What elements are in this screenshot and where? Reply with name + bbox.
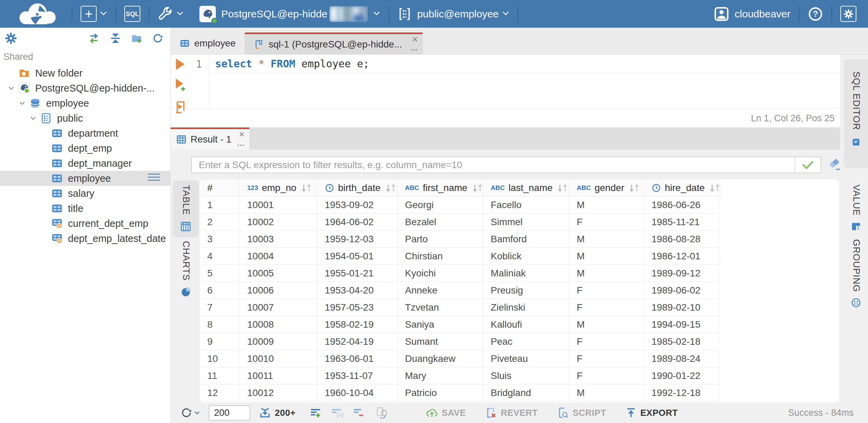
clear-filter-eraser-icon[interactable]	[828, 158, 842, 172]
tree-item-employee[interactable]: employee	[0, 96, 170, 111]
cell-emp_no[interactable]: 10010	[240, 350, 317, 367]
new-folder-icon[interactable]	[130, 32, 143, 44]
cell-gender[interactable]: M	[569, 384, 644, 401]
cell-hire_date[interactable]: 1989-09-12	[644, 265, 720, 282]
cell-last_name[interactable]: Koblick	[483, 248, 569, 265]
cell-gender[interactable]: F	[569, 367, 644, 384]
cell-last_name[interactable]: Facello	[483, 196, 569, 214]
cell-hire_date[interactable]: 1990-01-22	[644, 367, 720, 384]
connection-selector[interactable]: PostgreSQL@ep-hidde	[199, 6, 380, 22]
cell-gender[interactable]: F	[569, 214, 644, 231]
add-row-button[interactable]	[309, 407, 322, 419]
cell-birth_date[interactable]: 1955-01-21	[317, 265, 397, 282]
cell-hire_date[interactable]: 1986-12-01	[644, 248, 720, 265]
column-header-last_name[interactable]: ABClast_name	[483, 179, 569, 196]
cell-gender[interactable]: F	[569, 299, 644, 316]
cell-first_name[interactable]: Chirstian	[397, 248, 483, 265]
cell-emp_no[interactable]: 10002	[240, 214, 317, 231]
tree-item-employee[interactable]: employee	[0, 171, 170, 186]
delete-row-button[interactable]	[352, 407, 365, 419]
user-menu[interactable]: cloudbeaver	[714, 6, 790, 22]
tree-item-current-dept-emp[interactable]: current_dept_emp	[0, 216, 170, 231]
refresh-results-button[interactable]	[180, 407, 200, 419]
sync-connection-icon[interactable]	[87, 32, 100, 44]
cell-gender[interactable]: F	[569, 333, 644, 350]
cell-last_name[interactable]: Sluis	[483, 367, 569, 384]
cell-birth_date[interactable]: 1957-05-23	[317, 299, 397, 316]
cell-gender[interactable]: M	[569, 265, 644, 282]
execute-query-button[interactable]	[174, 57, 186, 71]
tab-overflow-icon[interactable]	[238, 145, 244, 146]
cell-last_name[interactable]: Maliniak	[483, 265, 569, 282]
cell-emp_no[interactable]: 10005	[240, 265, 317, 282]
tree-item-department[interactable]: department	[0, 126, 170, 141]
cell-birth_date[interactable]: 1963-06-01	[317, 350, 397, 367]
column-header-gender[interactable]: ABCgender	[569, 179, 644, 196]
row-number-cell[interactable]: 10	[200, 350, 240, 367]
tree-item-postgresql-ep-hidden-[interactable]: PostgreSQL@ep-hidden-...	[0, 81, 170, 96]
filter-input[interactable]	[192, 157, 795, 173]
cell-last_name[interactable]: Simmel	[483, 214, 569, 231]
cell-birth_date[interactable]: 1954-05-01	[317, 248, 397, 265]
cell-hire_date[interactable]: 1989-06-02	[644, 282, 720, 299]
cell-hire_date[interactable]: 1986-08-28	[644, 231, 720, 248]
copy-selection-button[interactable]	[375, 406, 388, 419]
sort-toggle-icon[interactable]	[381, 183, 397, 192]
panel-tab-value[interactable]: VALUE	[844, 185, 868, 232]
apply-filter-button[interactable]	[795, 157, 821, 173]
cell-emp_no[interactable]: 10003	[240, 231, 317, 248]
tree-item-dept-emp[interactable]: dept_emp	[0, 141, 170, 156]
new-connection-button[interactable]	[81, 6, 107, 22]
row-number-cell[interactable]: 1	[200, 196, 240, 214]
cell-gender[interactable]: F	[569, 282, 644, 299]
export-button[interactable]: EXPORT	[625, 407, 678, 419]
revert-button[interactable]: REVERT	[485, 407, 537, 419]
tree-expand-chevron-icon[interactable]	[5, 84, 18, 92]
cell-emp_no[interactable]: 10007	[240, 299, 317, 316]
sort-toggle-icon[interactable]	[467, 183, 484, 192]
cell-last_name[interactable]: Piveteau	[483, 350, 569, 367]
tree-item-salary[interactable]: salary	[0, 186, 170, 201]
open-sql-editor-button[interactable]: SQL	[124, 6, 140, 22]
script-button[interactable]: SCRIPT	[557, 407, 606, 419]
tree-expand-chevron-icon[interactable]	[27, 114, 40, 122]
row-number-cell[interactable]: 4	[200, 248, 240, 265]
tree-expand-chevron-icon[interactable]	[16, 99, 29, 107]
presentation-tab-charts[interactable]: CHARTS	[173, 237, 199, 301]
row-number-cell[interactable]: 7	[200, 299, 240, 316]
tree-item-new-folder[interactable]: New folder	[0, 66, 170, 81]
tab-sql-1[interactable]: sql-1 (PostgreSQL@ep-hidde...	[245, 32, 423, 54]
cell-emp_no[interactable]: 10009	[240, 333, 317, 350]
panel-tab-grouping[interactable]: GROUPING	[844, 239, 868, 308]
cell-first_name[interactable]: Anneke	[397, 282, 483, 299]
driver-tools-button[interactable]	[157, 6, 184, 22]
row-number-cell[interactable]: 3	[200, 231, 240, 248]
cell-gender[interactable]: M	[569, 231, 644, 248]
cell-emp_no[interactable]: 10004	[240, 248, 317, 265]
refresh-tree-icon[interactable]	[152, 32, 164, 44]
cell-first_name[interactable]: Bezalel	[397, 214, 483, 231]
cell-hire_date[interactable]: 1989-08-24	[644, 350, 720, 367]
cell-last_name[interactable]: Bamford	[483, 231, 569, 248]
sort-toggle-icon[interactable]	[296, 183, 313, 192]
tree-item-dept-emp-latest-date[interactable]: dept_emp_latest_date	[0, 231, 170, 246]
duplicate-row-button[interactable]: (+)	[331, 407, 344, 419]
row-number-cell[interactable]: 11	[200, 367, 240, 384]
fetch-more-button[interactable]: 200+	[258, 406, 296, 419]
help-button[interactable]: ?	[808, 6, 823, 22]
column-header-rownum[interactable]: #	[200, 179, 240, 196]
row-number-cell[interactable]: 8	[200, 316, 240, 333]
row-number-cell[interactable]: 2	[200, 214, 240, 231]
cell-birth_date[interactable]: 1960-10-04	[317, 384, 397, 401]
panel-tab-sql-editor[interactable]: SQL EDITOR	[844, 59, 868, 168]
collapse-all-icon[interactable]	[110, 32, 121, 44]
cell-hire_date[interactable]: 1989-02-10	[644, 299, 720, 316]
cell-emp_no[interactable]: 10012	[240, 384, 317, 401]
tab-employee[interactable]: employee	[171, 32, 245, 54]
cell-first_name[interactable]: Mary	[397, 367, 483, 384]
cell-hire_date[interactable]: 1985-02-18	[644, 333, 720, 350]
row-number-cell[interactable]: 5	[200, 265, 240, 282]
cell-last_name[interactable]: Zielinski	[483, 299, 569, 316]
cell-first_name[interactable]: Georgi	[397, 196, 483, 214]
cell-birth_date[interactable]: 1952-04-19	[317, 333, 397, 350]
